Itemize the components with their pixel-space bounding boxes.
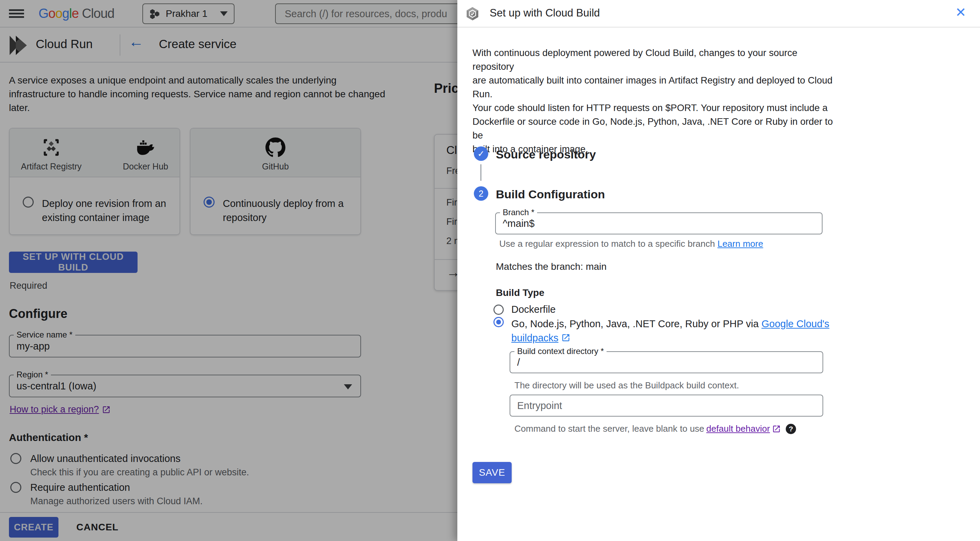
buildpacks-label: Go, Node.js, Python, Java, .NET Core, Ru… xyxy=(511,317,835,345)
modal-scrim[interactable] xyxy=(0,0,457,541)
step-2-title: Build Configuration xyxy=(496,188,605,201)
cloud-build-setup-panel: Set up with Cloud Build ✕ With continuou… xyxy=(457,0,980,541)
branch-field[interactable]: Branch * xyxy=(495,213,822,235)
build-context-field[interactable]: Build context directory * xyxy=(510,351,823,373)
radio-dockerfile[interactable] xyxy=(493,305,504,315)
external-link-icon xyxy=(772,425,781,433)
build-type-buildpacks-option[interactable]: Go, Node.js, Python, Java, .NET Core, Ru… xyxy=(493,317,835,345)
entrypoint-field[interactable] xyxy=(510,395,823,417)
entrypoint-helper: Command to start the server, leave blank… xyxy=(514,424,796,434)
cloud-build-icon xyxy=(465,6,480,21)
build-context-helper: The directory will be used as the Buildp… xyxy=(514,380,739,391)
build-type-dockerfile-option[interactable]: Dockerfile xyxy=(493,304,556,315)
step-2-number: 2 xyxy=(474,186,488,201)
google-cloud-console: Google Cloud Prakhar 1 xyxy=(0,0,980,541)
radio-buildpacks[interactable] xyxy=(493,317,504,327)
help-icon[interactable]: ? xyxy=(786,424,796,434)
close-icon[interactable]: ✕ xyxy=(955,5,966,20)
entrypoint-input[interactable] xyxy=(510,395,822,416)
branch-input[interactable] xyxy=(496,213,822,234)
step-connector xyxy=(480,164,481,181)
dockerfile-label: Dockerfile xyxy=(511,304,556,315)
external-link-icon xyxy=(561,333,571,342)
branch-label: Branch * xyxy=(500,208,537,217)
default-behavior-link[interactable]: default behavior xyxy=(706,424,770,434)
panel-title: Set up with Cloud Build xyxy=(490,7,600,19)
save-button[interactable]: SAVE xyxy=(473,462,512,483)
panel-header: Set up with Cloud Build ✕ xyxy=(457,0,980,27)
panel-description: With continuous deployment powered by Cl… xyxy=(473,46,837,156)
branch-helper-text: Use a regular expression to match to a s… xyxy=(499,238,717,249)
build-type-heading: Build Type xyxy=(496,287,544,298)
build-context-label: Build context directory * xyxy=(514,346,606,356)
branch-match-note: Matches the branch: main xyxy=(496,261,606,272)
branch-helper: Use a regular expression to match to a s… xyxy=(499,238,763,249)
step-1-title[interactable]: Source repository xyxy=(496,148,596,161)
learn-more-link[interactable]: Learn more xyxy=(717,238,763,249)
step-1-check-icon: ✓ xyxy=(474,146,488,161)
buildpacks-label-prefix: Go, Node.js, Python, Java, .NET Core, Ru… xyxy=(511,318,761,329)
entrypoint-helper-text: Command to start the server, leave blank… xyxy=(514,424,704,434)
